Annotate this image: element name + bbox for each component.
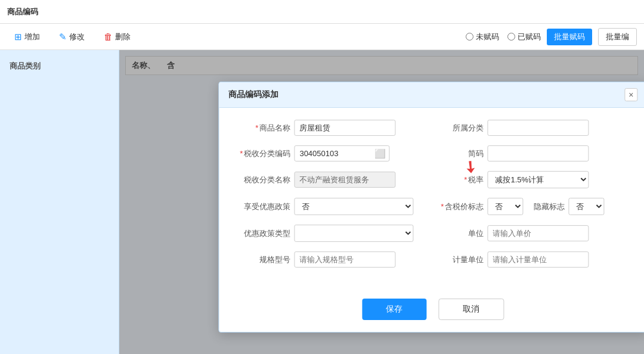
radio-unassigned-label: 未赋码 (476, 32, 499, 42)
dialog: 商品编码添加 × *商品名称 所属分类 (218, 82, 644, 333)
policy-type-label: 优惠政策类型 (237, 228, 290, 238)
policy-type-select[interactable]: 优惠1 优惠2 (294, 225, 413, 242)
form-row-6: 规格型号 计量单位 (237, 251, 629, 268)
main-layout: 商品类别 名称、 含 商品编码添加 × *商品名称 (0, 50, 644, 354)
app-title: 商品编码 (7, 7, 38, 17)
spec-label: 规格型号 (237, 254, 290, 265)
tax-code-input-wrapper: ⬜ (294, 145, 389, 162)
tax-category-name-label: 税收分类名称 (237, 174, 290, 185)
form-row-2: *税收分类编码 ⬜ 简码 (237, 145, 629, 162)
preference-policy-select[interactable]: 否 是 (294, 198, 413, 215)
radio-group: 未赋码 已赋码 (466, 32, 541, 42)
unit-label: 单位 (436, 228, 484, 238)
form-col-measure-unit: 计量单位 (436, 251, 629, 268)
measure-unit-label: 计量单位 (436, 254, 484, 265)
form-col-unit: 单位 (436, 225, 629, 241)
unit-input[interactable] (487, 225, 589, 241)
batch-assign-button[interactable]: 批量赋码 (547, 29, 592, 45)
hide-select[interactable]: 否 是 (568, 198, 604, 215)
category-label: 所属分类 (436, 122, 484, 133)
add-button[interactable]: ⊞ 增加 (7, 29, 47, 45)
edit-label: 修改 (69, 32, 85, 42)
form-col-short-code: 简码 (436, 145, 629, 162)
top-bar: 商品编码 (0, 0, 644, 24)
tax-code-lookup-icon[interactable]: ⬜ (374, 148, 386, 159)
radio-assigned[interactable]: 已赋码 (507, 32, 541, 42)
form-col-preference: 享受优惠政策 否 是 (237, 198, 430, 215)
form-col-tax-category-name: 税收分类名称 (237, 172, 430, 188)
category-input[interactable] (487, 120, 589, 136)
product-name-label: *商品名称 (237, 122, 290, 133)
cancel-button[interactable]: 取消 (438, 299, 504, 320)
content-area: 名称、 含 商品编码添加 × *商品名称 (119, 50, 644, 354)
form-col-spec: 规格型号 (237, 251, 430, 268)
tax-category-name-input (294, 172, 395, 188)
toolbar-right: 未赋码 已赋码 批量赋码 批量编 (466, 28, 637, 46)
tax-rate-label: *税率 (436, 174, 484, 185)
tax-price-select[interactable]: 否 是 (487, 198, 523, 215)
add-icon: ⊞ (14, 32, 22, 42)
hide-label: 隐藏标志 (531, 201, 565, 212)
form-row-5: 优惠政策类型 优惠1 优惠2 单位 (237, 225, 629, 242)
radio-unassigned[interactable]: 未赋码 (466, 32, 499, 42)
delete-label: 删除 (115, 32, 131, 42)
delete-icon: 🗑 (104, 32, 113, 42)
spec-input[interactable] (294, 251, 395, 268)
preference-policy-label: 享受优惠政策 (237, 201, 290, 212)
dialog-close-button[interactable]: × (624, 88, 637, 101)
form-col-product-name: *商品名称 (237, 120, 430, 136)
edit-icon: ✎ (59, 32, 67, 42)
add-label: 增加 (24, 32, 40, 42)
form-col-category: 所属分类 (436, 120, 629, 136)
radio-assigned-label: 已赋码 (518, 32, 541, 42)
form-col-tax-code: *税收分类编码 ⬜ (237, 145, 430, 162)
delete-button[interactable]: 🗑 删除 (97, 29, 138, 45)
tax-price-label: *含税价标志 (436, 201, 484, 212)
save-button[interactable]: 保存 (362, 299, 426, 320)
toolbar: ⊞ 增加 ✎ 修改 🗑 删除 未赋码 已赋码 批量赋码 批量编 (0, 24, 644, 50)
batch-other-button[interactable]: 批量编 (598, 28, 637, 46)
edit-button[interactable]: ✎ 修改 (52, 29, 92, 45)
dialog-title-bar: 商品编码添加 × (219, 82, 644, 108)
tax-code-label: *税收分类编码 (237, 148, 290, 159)
measure-unit-input[interactable] (487, 251, 589, 268)
dialog-footer: 保存 取消 (219, 289, 644, 332)
dialog-title: 商品编码添加 (228, 89, 278, 100)
sidebar: 商品类别 (0, 50, 119, 354)
form-row-1: *商品名称 所属分类 (237, 120, 629, 136)
form-col-tax-rate: *税率 减按1.5%计算 3% 6% 9% 13% (436, 171, 629, 188)
sidebar-title: 商品类别 (0, 56, 119, 76)
dialog-body: *商品名称 所属分类 *税收分类编码 (219, 108, 644, 289)
short-code-input[interactable] (487, 145, 589, 162)
form-col-policy-type: 优惠政策类型 优惠1 优惠2 (237, 225, 430, 242)
short-code-label: 简码 (436, 148, 484, 159)
tax-rate-select[interactable]: 减按1.5%计算 3% 6% 9% 13% (487, 171, 589, 188)
form-row-4: 享受优惠政策 否 是 *含税价标志 否 是 (237, 198, 629, 215)
form-row-3: 税收分类名称 *税率 减按1.5%计算 3% 6% 9% 13% (237, 171, 629, 188)
form-col-tax-price: *含税价标志 否 是 隐藏标志 否 是 (436, 198, 629, 215)
product-name-input[interactable] (294, 120, 395, 136)
